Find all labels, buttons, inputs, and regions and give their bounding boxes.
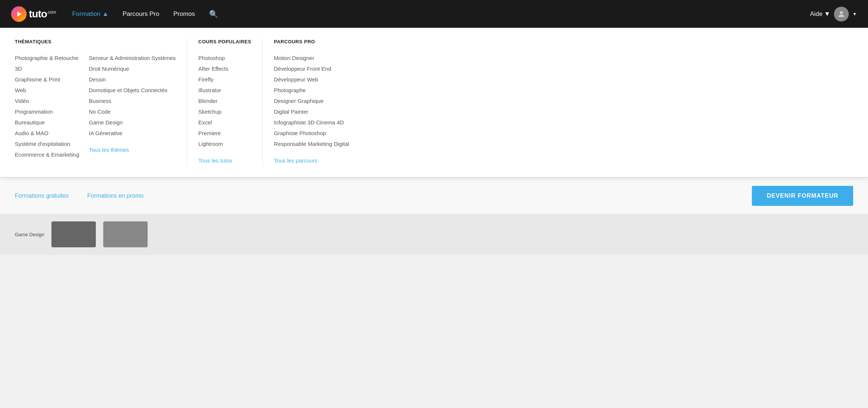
list-item[interactable]: Designer Graphique <box>274 96 349 106</box>
nav-right: Aide ▼ ▼ <box>810 7 857 21</box>
list-item[interactable]: Business <box>89 96 176 106</box>
list-item[interactable]: Excel <box>198 117 251 128</box>
cours-populaires-title: COURS POPULAIRES <box>198 39 251 44</box>
list-item[interactable]: Premiere <box>198 128 251 138</box>
nav-promos[interactable]: Promos <box>168 7 200 21</box>
thematiques-col2-spacer <box>89 39 176 44</box>
list-item[interactable]: Sketchup <box>198 106 251 117</box>
thematiques-col1: Photographie & Retouche 3D Graphisme & P… <box>15 53 81 160</box>
svg-marker-0 <box>17 11 21 17</box>
nav-links: Formation ▲ Parcours Pro Promos 🔍 <box>67 7 810 21</box>
svg-point-1 <box>840 11 843 14</box>
tous-les-tutos-link[interactable]: Tous les tutos <box>198 155 251 166</box>
parcours-pro-title: PARCOURS PRO <box>274 39 349 44</box>
list-item[interactable]: Domotique et Objets Connectés <box>89 85 176 96</box>
list-item[interactable]: Photographie & Retouche <box>15 53 81 63</box>
cours-populaires-section: COURS POPULAIRES Photoshop After Effects… <box>198 39 263 166</box>
list-item[interactable]: Illustrator <box>198 85 251 96</box>
game-design-label: Game Design <box>15 232 44 237</box>
thematiques-title: THÉMATIQUES <box>15 39 81 44</box>
list-item[interactable]: Photoshop <box>198 53 251 63</box>
list-item[interactable]: Responsable Marketing Digital <box>274 138 349 149</box>
list-item[interactable]: Web <box>15 85 81 96</box>
bottom-bar: Formations gratuites Formations en promo… <box>0 177 868 214</box>
aide-menu[interactable]: Aide ▼ <box>810 10 830 18</box>
nav-formation[interactable]: Formation ▲ <box>67 7 114 21</box>
cours-populaires-list: Photoshop After Effects Firefly Illustra… <box>198 53 251 149</box>
list-item[interactable]: Graphiste Photoshop <box>274 128 349 138</box>
tous-les-parcours-link[interactable]: Tous les parcours <box>274 155 349 166</box>
logo-icon <box>11 6 27 22</box>
list-item[interactable]: Lightroom <box>198 138 251 149</box>
parcours-pro-list: Motion Designer Développeur Front End Dé… <box>274 53 349 149</box>
page-bottom: Game Design <box>0 214 868 255</box>
list-item[interactable]: Audio & MAO <box>15 128 81 138</box>
list-item[interactable]: Game Design <box>89 117 176 128</box>
list-item[interactable]: Firefly <box>198 74 251 85</box>
thematiques-section: THÉMATIQUES Photographie & Retouche 3D G… <box>15 39 187 166</box>
list-item[interactable]: Vidéo <box>15 96 81 106</box>
list-item[interactable]: Blender <box>198 96 251 106</box>
list-item[interactable]: After Effects <box>198 63 251 74</box>
list-item[interactable]: Dessin <box>89 74 176 85</box>
list-item[interactable]: Graphisme & Print <box>15 74 81 85</box>
list-item[interactable]: 3D <box>15 63 81 74</box>
list-item[interactable]: Photographe <box>274 85 349 96</box>
thumbnail-1 <box>51 221 96 247</box>
list-item[interactable]: No Code <box>89 106 176 117</box>
list-item[interactable]: Bureautique <box>15 117 81 128</box>
list-item[interactable]: Droit Numérique <box>89 63 176 74</box>
thematiques-col2: Serveur & Administration Systèmes Droit … <box>89 53 176 138</box>
tous-les-themes-link[interactable]: Tous les thèmes <box>89 144 176 155</box>
logo-text: tuto.com <box>29 8 56 20</box>
avatar[interactable] <box>834 7 849 21</box>
list-item[interactable]: Programmation <box>15 106 81 117</box>
logo[interactable]: tuto.com <box>11 6 56 22</box>
list-item[interactable]: Serveur & Administration Systèmes <box>89 53 176 63</box>
formations-gratuites-link[interactable]: Formations gratuites <box>15 193 69 199</box>
navbar: tuto.com Formation ▲ Parcours Pro Promos… <box>0 0 868 28</box>
avatar-dropdown-arrow[interactable]: ▼ <box>852 11 857 17</box>
search-icon[interactable]: 🔍 <box>204 7 223 21</box>
list-item[interactable]: Motion Designer <box>274 53 349 63</box>
parcours-pro-section: PARCOURS PRO Motion Designer Développeur… <box>274 39 360 166</box>
thumbnail-2 <box>103 221 148 247</box>
list-item[interactable]: Ecommerce & Emarketing <box>15 149 81 160</box>
list-item[interactable]: Digital Painter <box>274 106 349 117</box>
devenir-formateur-button[interactable]: DEVENIR FORMATEUR <box>752 186 853 206</box>
nav-parcours-pro[interactable]: Parcours Pro <box>117 7 164 21</box>
list-item[interactable]: Système d'exploitation <box>15 138 81 149</box>
list-item[interactable]: Infographiste 3D Cinema 4D <box>274 117 349 128</box>
dropdown-menu: Formation THÉMATIQUES Photographie & Ret… <box>0 28 868 177</box>
list-item[interactable]: IA Génerative <box>89 128 176 138</box>
list-item[interactable]: Développeur Web <box>274 74 349 85</box>
list-item[interactable]: Développeur Front End <box>274 63 349 74</box>
formations-promo-link[interactable]: Formations en promo <box>87 193 144 199</box>
